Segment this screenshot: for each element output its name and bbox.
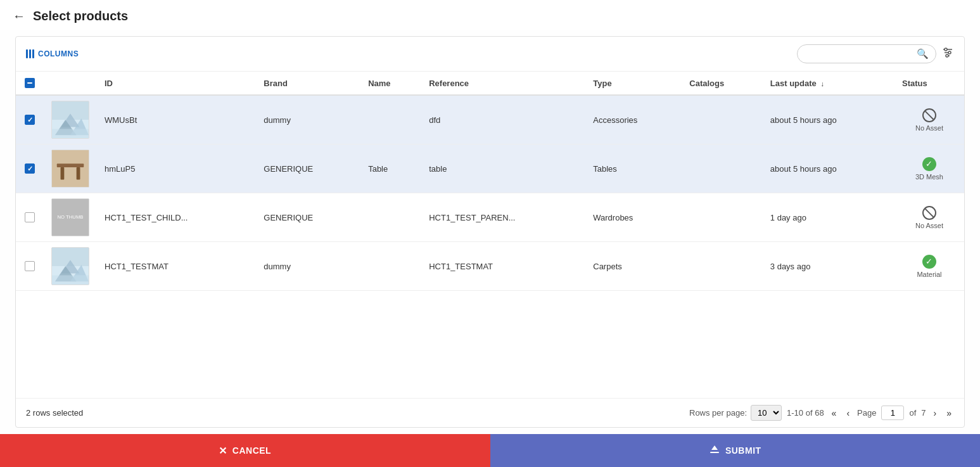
status-badge: No Asset: [902, 108, 957, 132]
status-label: No Asset: [915, 124, 943, 132]
no-asset-icon: [922, 206, 936, 220]
row-reference: dfd: [421, 95, 585, 144]
page-header: ← Select products: [0, 0, 980, 30]
table-row: HCT1_TESTMATdummyHCT1_TESTMATCarpets3 da…: [16, 242, 964, 291]
page-input[interactable]: [881, 406, 904, 420]
product-thumbnail: NO THUMB: [51, 198, 89, 236]
rows-selected-label: 2 rows selected: [26, 408, 83, 418]
row-reference: HCT1_TEST_PAREN...: [421, 193, 585, 242]
page-label: Page: [857, 408, 876, 418]
row-type: Carpets: [585, 242, 682, 291]
columns-icon: [26, 49, 34, 58]
product-thumbnail: [51, 150, 89, 188]
th-name[interactable]: Name: [360, 72, 421, 95]
row-catalogs: [682, 144, 763, 193]
svg-point-3: [945, 48, 947, 51]
rows-per-page: Rows per page: 10 25 50: [689, 405, 782, 421]
row-reference: table: [421, 144, 585, 193]
row-catalogs: [682, 95, 763, 144]
select-products-overlay: ← Select products COLUMNS 🔍: [0, 0, 980, 467]
th-brand[interactable]: Brand: [256, 72, 360, 95]
submit-icon: [709, 444, 720, 457]
th-id[interactable]: ID: [97, 72, 256, 95]
filter-icon: [941, 46, 954, 62]
row-type: Tables: [585, 144, 682, 193]
svg-rect-15: [77, 167, 80, 179]
svg-rect-12: [52, 150, 89, 187]
row-thumbnail-cell: NO THUMB: [44, 193, 97, 242]
row-id: HCT1_TESTMAT: [97, 242, 256, 291]
svg-point-4: [948, 51, 951, 54]
row-brand: dummy: [256, 242, 360, 291]
status-badge: ✓ 3D Mesh: [902, 157, 957, 181]
of-label: of: [909, 408, 916, 418]
search-icon: 🔍: [917, 48, 929, 60]
row-thumbnail-cell: [44, 242, 97, 291]
row-name: [360, 193, 421, 242]
svg-rect-24: [710, 452, 719, 453]
row-name: [360, 242, 421, 291]
th-catalogs[interactable]: Catalogs: [682, 72, 763, 95]
table-footer: 2 rows selected Rows per page: 10 25 50 …: [16, 398, 964, 427]
row-checkbox[interactable]: [25, 261, 35, 271]
sort-arrow-down: ↓: [820, 80, 824, 87]
row-catalogs: [682, 242, 763, 291]
prev-page-button[interactable]: ‹: [844, 407, 852, 419]
row-checkbox[interactable]: [25, 115, 35, 125]
table-header-row: ID Brand Name Reference Type Catalogs La…: [16, 72, 964, 95]
svg-point-5: [946, 54, 948, 57]
svg-rect-14: [61, 167, 65, 179]
row-reference: HCT1_TESTMAT: [421, 242, 585, 291]
table-body: WMUsBtdummydfdAccessoriesabout 5 hours a…: [16, 95, 964, 291]
row-status-cell: No Asset: [894, 95, 964, 144]
status-label: No Asset: [915, 222, 943, 229]
first-page-button[interactable]: «: [829, 407, 839, 419]
next-page-button[interactable]: ›: [931, 407, 939, 419]
back-button[interactable]: ←: [13, 9, 25, 23]
row-status-cell: No Asset: [894, 193, 964, 242]
products-table: ID Brand Name Reference Type Catalogs La…: [16, 72, 964, 291]
row-id: WMUsBt: [97, 95, 256, 144]
columns-button[interactable]: COLUMNS: [26, 49, 79, 58]
row-brand: GENERIQUE: [256, 193, 360, 242]
product-thumbnail: [51, 101, 89, 139]
th-last-update[interactable]: Last update ↓: [763, 72, 894, 95]
last-page-button[interactable]: »: [944, 407, 954, 419]
row-brand: GENERIQUE: [256, 144, 360, 193]
select-all-checkbox[interactable]: [25, 78, 35, 88]
table-row: WMUsBtdummydfdAccessoriesabout 5 hours a…: [16, 95, 964, 144]
row-checkbox-cell: [16, 95, 44, 144]
th-type[interactable]: Type: [585, 72, 682, 95]
row-status-cell: ✓ 3D Mesh: [894, 144, 964, 193]
submit-label: SUBMIT: [725, 445, 761, 456]
row-last_update: about 5 hours ago: [763, 144, 894, 193]
table-row: NO THUMB HCT1_TEST_CHILD...GENERIQUEHCT1…: [16, 193, 964, 242]
products-card: COLUMNS 🔍: [15, 36, 965, 428]
row-id: HCT1_TEST_CHILD...: [97, 193, 256, 242]
table-row: hmLuP5GENERIQUETabletableTablesabout 5 h…: [16, 144, 964, 193]
row-catalogs: [682, 193, 763, 242]
row-checkbox-cell: [16, 242, 44, 291]
check-icon: ✓: [922, 255, 936, 269]
table-wrap: ID Brand Name Reference Type Catalogs La…: [16, 72, 964, 398]
no-asset-icon: [922, 108, 936, 122]
svg-rect-13: [57, 163, 84, 167]
rows-per-page-select[interactable]: 10 25 50: [751, 405, 782, 421]
th-reference[interactable]: Reference: [421, 72, 585, 95]
row-name: [360, 95, 421, 144]
row-checkbox[interactable]: [25, 163, 35, 174]
row-type: Accessories: [585, 95, 682, 144]
th-status[interactable]: Status: [894, 72, 964, 95]
search-area: 🔍: [797, 44, 954, 63]
row-status-cell: ✓ Material: [894, 242, 964, 291]
row-name: Table: [360, 144, 421, 193]
submit-button[interactable]: SUBMIT: [490, 434, 981, 467]
cancel-button[interactable]: ✕ CANCEL: [0, 434, 490, 467]
product-thumbnail: [51, 247, 89, 285]
search-input[interactable]: [805, 49, 912, 59]
row-id: hmLuP5: [97, 144, 256, 193]
row-checkbox[interactable]: [25, 212, 35, 222]
filter-button[interactable]: [941, 46, 954, 62]
svg-rect-11: [52, 129, 89, 139]
svg-marker-25: [711, 445, 718, 450]
